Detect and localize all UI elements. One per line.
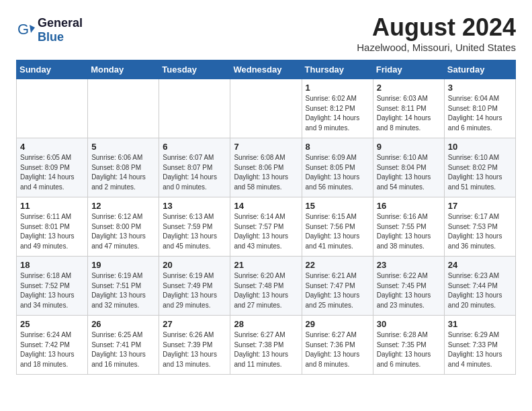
weekday-header-sunday: Sunday (17, 60, 88, 79)
weekday-header-row: SundayMondayTuesdayWednesdayThursdayFrid… (17, 60, 516, 79)
calendar-cell: 27Sunrise: 6:26 AM Sunset: 7:39 PM Dayli… (159, 316, 230, 375)
day-number: 9 (377, 142, 441, 152)
day-number: 12 (91, 201, 155, 211)
day-info: Sunrise: 6:29 AM Sunset: 7:33 PM Dayligh… (448, 330, 512, 369)
calendar-cell (230, 79, 302, 138)
calendar-cell: 31Sunrise: 6:29 AM Sunset: 7:33 PM Dayli… (444, 316, 515, 375)
calendar-cell: 5Sunrise: 6:06 AM Sunset: 8:08 PM Daylig… (88, 138, 159, 197)
calendar-cell: 16Sunrise: 6:16 AM Sunset: 7:55 PM Dayli… (373, 197, 444, 257)
day-info: Sunrise: 6:19 AM Sunset: 7:49 PM Dayligh… (163, 271, 226, 310)
calendar-cell: 13Sunrise: 6:13 AM Sunset: 7:59 PM Dayli… (159, 197, 230, 257)
weekday-header-thursday: Thursday (302, 60, 373, 79)
day-number: 26 (91, 319, 155, 329)
calendar-cell: 25Sunrise: 6:24 AM Sunset: 7:42 PM Dayli… (17, 316, 88, 375)
day-number: 23 (377, 260, 441, 270)
day-info: Sunrise: 6:12 AM Sunset: 8:00 PM Dayligh… (91, 212, 155, 251)
calendar-cell: 12Sunrise: 6:12 AM Sunset: 8:00 PM Dayli… (88, 197, 159, 257)
day-number: 18 (20, 260, 84, 270)
svg-text:G: G (17, 21, 29, 38)
day-number: 24 (448, 260, 512, 270)
day-number: 21 (234, 260, 298, 270)
calendar-cell: 11Sunrise: 6:11 AM Sunset: 8:01 PM Dayli… (17, 197, 88, 257)
day-number: 10 (448, 142, 512, 152)
day-number: 4 (20, 142, 84, 152)
calendar-week-row: 25Sunrise: 6:24 AM Sunset: 7:42 PM Dayli… (17, 316, 516, 375)
day-number: 16 (377, 201, 441, 211)
day-info: Sunrise: 6:24 AM Sunset: 7:42 PM Dayligh… (20, 330, 84, 369)
day-info: Sunrise: 6:10 AM Sunset: 8:02 PM Dayligh… (448, 153, 512, 192)
day-number: 8 (306, 142, 369, 152)
calendar-cell: 17Sunrise: 6:17 AM Sunset: 7:53 PM Dayli… (444, 197, 515, 257)
location-subtitle: Hazelwood, Missouri, United States (357, 42, 516, 53)
calendar-cell (17, 79, 88, 138)
day-info: Sunrise: 6:06 AM Sunset: 8:08 PM Dayligh… (91, 153, 155, 192)
day-number: 27 (163, 319, 226, 329)
calendar-cell: 15Sunrise: 6:15 AM Sunset: 7:56 PM Dayli… (302, 197, 373, 257)
calendar-cell (159, 79, 230, 138)
day-info: Sunrise: 6:08 AM Sunset: 8:06 PM Dayligh… (234, 153, 298, 192)
day-info: Sunrise: 6:04 AM Sunset: 8:10 PM Dayligh… (448, 94, 512, 133)
day-number: 22 (306, 260, 369, 270)
day-info: Sunrise: 6:09 AM Sunset: 8:05 PM Dayligh… (306, 153, 369, 192)
day-info: Sunrise: 6:11 AM Sunset: 8:01 PM Dayligh… (20, 212, 84, 251)
day-info: Sunrise: 6:22 AM Sunset: 7:45 PM Dayligh… (377, 271, 441, 310)
title-area: August 2024 Hazelwood, Missouri, United … (357, 13, 516, 53)
calendar-cell: 26Sunrise: 6:25 AM Sunset: 7:41 PM Dayli… (88, 316, 159, 375)
day-number: 11 (20, 201, 84, 211)
calendar-cell: 7Sunrise: 6:08 AM Sunset: 8:06 PM Daylig… (230, 138, 302, 197)
day-number: 29 (306, 319, 369, 329)
calendar-cell: 24Sunrise: 6:23 AM Sunset: 7:44 PM Dayli… (444, 257, 515, 316)
day-info: Sunrise: 6:19 AM Sunset: 7:51 PM Dayligh… (91, 271, 155, 310)
day-info: Sunrise: 6:15 AM Sunset: 7:56 PM Dayligh… (306, 212, 369, 251)
day-number: 25 (20, 319, 84, 329)
day-info: Sunrise: 6:26 AM Sunset: 7:39 PM Dayligh… (163, 330, 226, 369)
calendar-cell: 23Sunrise: 6:22 AM Sunset: 7:45 PM Dayli… (373, 257, 444, 316)
day-number: 6 (163, 142, 226, 152)
day-number: 20 (163, 260, 226, 270)
calendar-week-row: 4Sunrise: 6:05 AM Sunset: 8:09 PM Daylig… (17, 138, 516, 197)
calendar-cell: 14Sunrise: 6:14 AM Sunset: 7:57 PM Dayli… (230, 197, 302, 257)
calendar-cell: 30Sunrise: 6:28 AM Sunset: 7:35 PM Dayli… (373, 316, 444, 375)
day-number: 30 (377, 319, 441, 329)
day-info: Sunrise: 6:03 AM Sunset: 8:11 PM Dayligh… (377, 94, 441, 133)
day-info: Sunrise: 6:02 AM Sunset: 8:12 PM Dayligh… (306, 94, 369, 133)
calendar-cell: 22Sunrise: 6:21 AM Sunset: 7:47 PM Dayli… (302, 257, 373, 316)
calendar-cell: 8Sunrise: 6:09 AM Sunset: 8:05 PM Daylig… (302, 138, 373, 197)
calendar-cell: 6Sunrise: 6:07 AM Sunset: 8:07 PM Daylig… (159, 138, 230, 197)
calendar-cell: 2Sunrise: 6:03 AM Sunset: 8:11 PM Daylig… (373, 79, 444, 138)
day-info: Sunrise: 6:23 AM Sunset: 7:44 PM Dayligh… (448, 271, 512, 310)
calendar-cell: 1Sunrise: 6:02 AM Sunset: 8:12 PM Daylig… (302, 79, 373, 138)
calendar-cell (88, 79, 159, 138)
logo-icon: G (16, 21, 35, 40)
weekday-header-friday: Friday (373, 60, 444, 79)
day-info: Sunrise: 6:07 AM Sunset: 8:07 PM Dayligh… (163, 153, 226, 192)
weekday-header-monday: Monday (88, 60, 159, 79)
calendar-cell: 21Sunrise: 6:20 AM Sunset: 7:48 PM Dayli… (230, 257, 302, 316)
day-info: Sunrise: 6:16 AM Sunset: 7:55 PM Dayligh… (377, 212, 441, 251)
logo: G General Blue (16, 16, 83, 44)
day-number: 14 (234, 201, 298, 211)
calendar-cell: 19Sunrise: 6:19 AM Sunset: 7:51 PM Dayli… (88, 257, 159, 316)
day-number: 28 (234, 319, 298, 329)
calendar-cell: 18Sunrise: 6:18 AM Sunset: 7:52 PM Dayli… (17, 257, 88, 316)
calendar-week-row: 11Sunrise: 6:11 AM Sunset: 8:01 PM Dayli… (17, 197, 516, 257)
logo-general-text: General (38, 16, 83, 30)
day-info: Sunrise: 6:17 AM Sunset: 7:53 PM Dayligh… (448, 212, 512, 251)
day-info: Sunrise: 6:18 AM Sunset: 7:52 PM Dayligh… (20, 271, 84, 310)
day-number: 3 (448, 83, 512, 93)
day-info: Sunrise: 6:10 AM Sunset: 8:04 PM Dayligh… (377, 153, 441, 192)
calendar-week-row: 18Sunrise: 6:18 AM Sunset: 7:52 PM Dayli… (17, 257, 516, 316)
day-info: Sunrise: 6:28 AM Sunset: 7:35 PM Dayligh… (377, 330, 441, 369)
calendar-cell: 28Sunrise: 6:27 AM Sunset: 7:38 PM Dayli… (230, 316, 302, 375)
calendar-week-row: 1Sunrise: 6:02 AM Sunset: 8:12 PM Daylig… (17, 79, 516, 138)
day-number: 5 (91, 142, 155, 152)
day-number: 19 (91, 260, 155, 270)
day-info: Sunrise: 6:13 AM Sunset: 7:59 PM Dayligh… (163, 212, 226, 251)
svg-marker-1 (30, 25, 35, 33)
day-number: 7 (234, 142, 298, 152)
calendar-cell: 20Sunrise: 6:19 AM Sunset: 7:49 PM Dayli… (159, 257, 230, 316)
logo-blue-text: Blue (38, 30, 64, 44)
day-number: 2 (377, 83, 441, 93)
day-number: 15 (306, 201, 369, 211)
day-info: Sunrise: 6:27 AM Sunset: 7:38 PM Dayligh… (234, 330, 298, 369)
